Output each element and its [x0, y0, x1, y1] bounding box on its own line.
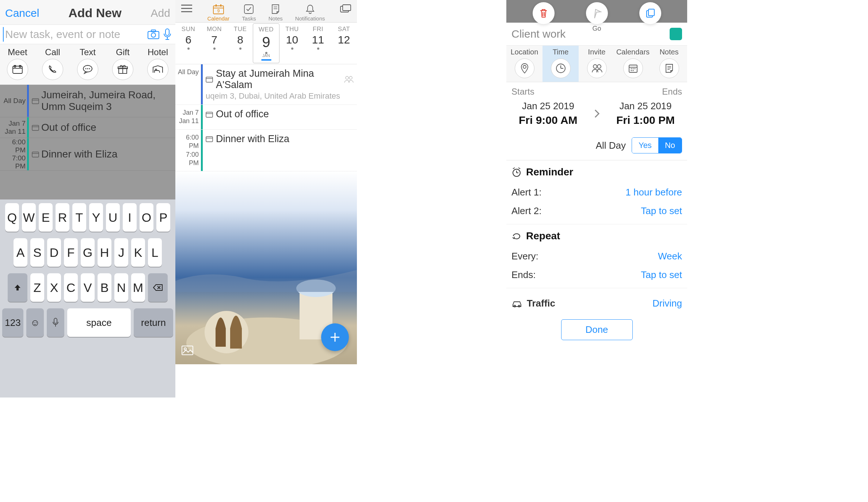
- key-backspace[interactable]: [148, 273, 168, 302]
- key-U[interactable]: U: [106, 203, 120, 232]
- key-O[interactable]: O: [140, 203, 153, 232]
- day-10[interactable]: THU 10: [279, 23, 305, 64]
- key-E[interactable]: E: [39, 203, 53, 232]
- key-emoji[interactable]: ☺: [26, 308, 44, 337]
- day-7[interactable]: MON 7: [201, 23, 227, 64]
- key-shift[interactable]: [8, 273, 27, 302]
- alert-2[interactable]: Alert 2:Tap to set: [511, 202, 682, 220]
- allday-no[interactable]: No: [658, 138, 682, 153]
- day-11[interactable]: FRI 11: [305, 23, 331, 64]
- add-button[interactable]: Add: [151, 7, 170, 19]
- tab-calendars[interactable]: Calendars: [615, 46, 651, 82]
- key-return[interactable]: return: [134, 308, 173, 337]
- allday-toggle[interactable]: Yes No: [632, 137, 682, 153]
- key-space[interactable]: space: [67, 308, 131, 337]
- repeat-heading: Repeat: [526, 230, 560, 242]
- calendar-sm-icon: [206, 76, 213, 83]
- chat-icon: [77, 59, 98, 80]
- tab-notes[interactable]: Notes: [651, 46, 687, 82]
- quick-hotel[interactable]: Hotel: [147, 47, 168, 80]
- day-8[interactable]: TUE 8: [227, 23, 253, 64]
- traffic-value[interactable]: Driving: [652, 298, 682, 309]
- end-datetime[interactable]: Jan 25 2019 Fri 1:00 PM: [616, 100, 675, 126]
- day-9[interactable]: WED 9 JAN: [253, 23, 279, 63]
- go-button[interactable]: [586, 2, 608, 24]
- key-mic[interactable]: [47, 308, 64, 337]
- svg-rect-36: [244, 5, 253, 14]
- key-S[interactable]: S: [30, 238, 44, 267]
- add-fab[interactable]: [321, 323, 349, 351]
- note2-icon: [659, 58, 679, 78]
- tab-location[interactable]: Location: [506, 46, 542, 82]
- key-P[interactable]: P: [156, 203, 170, 232]
- bg-event-row: All Day Jumeirah, Jumeira Road, Umm Suqe…: [0, 85, 175, 117]
- start-datetime[interactable]: Jan 25 2019 Fri 9:00 AM: [519, 100, 578, 126]
- done-button[interactable]: Done: [561, 319, 633, 340]
- photo-icon[interactable]: [181, 345, 194, 355]
- key-X[interactable]: X: [47, 273, 61, 302]
- key-Z[interactable]: Z: [30, 273, 44, 302]
- page-title: Add New: [68, 6, 121, 20]
- event-row[interactable]: Jan 7Jan 11 Out of office: [175, 105, 357, 130]
- note-icon: [270, 4, 281, 15]
- key-R[interactable]: R: [56, 203, 69, 232]
- camera-icon[interactable]: [148, 28, 159, 41]
- key-A[interactable]: A: [14, 238, 27, 267]
- tab-time[interactable]: Time: [542, 46, 579, 82]
- key-B[interactable]: B: [98, 273, 111, 302]
- key-K[interactable]: K: [131, 238, 145, 267]
- key-F[interactable]: F: [64, 238, 78, 267]
- day-6[interactable]: SUN 6: [175, 23, 201, 64]
- key-C[interactable]: C: [64, 273, 78, 302]
- event-row[interactable]: 6:00 PM7:00 PM Dinner with Eliza: [175, 130, 357, 172]
- day-12[interactable]: SAT 12: [331, 23, 357, 64]
- tab-calendar[interactable]: 9 Calendar: [207, 4, 229, 22]
- quick-text[interactable]: Text: [77, 47, 98, 80]
- duplicate-button[interactable]: [639, 2, 661, 24]
- key-Y[interactable]: Y: [89, 203, 103, 232]
- key-L[interactable]: L: [148, 238, 162, 267]
- alert-1[interactable]: Alert 1:1 hour before: [511, 183, 682, 202]
- tab-tasks[interactable]: Tasks: [242, 4, 256, 22]
- key-J[interactable]: J: [114, 238, 128, 267]
- keyboard[interactable]: QWERTYUIOP ASDFGHJKL ZXCVBNM 123 ☺ space…: [0, 199, 175, 398]
- people-icon: [587, 58, 607, 78]
- key-H[interactable]: H: [98, 238, 111, 267]
- go-label: Go: [592, 25, 601, 33]
- key-N[interactable]: N: [114, 273, 128, 302]
- svg-rect-45: [206, 112, 213, 117]
- key-D[interactable]: D: [47, 238, 61, 267]
- repeat-1[interactable]: Ends:Tap to set: [511, 266, 682, 284]
- tab-notifications[interactable]: Notifications: [295, 4, 325, 22]
- svg-line-95: [518, 168, 520, 169]
- key-123[interactable]: 123: [2, 308, 23, 337]
- cal-icon: [623, 58, 643, 78]
- quick-meet[interactable]: Meet: [7, 47, 28, 80]
- new-item-input[interactable]: [3, 27, 144, 42]
- clock-icon: [551, 58, 571, 78]
- key-M[interactable]: M: [131, 273, 145, 302]
- quick-call[interactable]: Call: [42, 47, 63, 80]
- key-T[interactable]: T: [72, 203, 86, 232]
- svg-rect-34: [220, 4, 221, 7]
- key-G[interactable]: G: [81, 238, 95, 267]
- cancel-button[interactable]: Cancel: [5, 7, 39, 19]
- repeat-0[interactable]: Every:Week: [511, 247, 682, 266]
- key-Q[interactable]: Q: [5, 203, 19, 232]
- tab-invite[interactable]: Invite: [579, 46, 615, 82]
- cards-icon[interactable]: [339, 4, 352, 14]
- svg-point-1: [151, 33, 156, 37]
- tab-notes[interactable]: Notes: [269, 4, 283, 22]
- event-row[interactable]: All Day Stay at Jumeirah Mina A'Salam uq…: [175, 64, 357, 105]
- key-I[interactable]: I: [123, 203, 137, 232]
- alarm-icon: [511, 167, 522, 177]
- key-V[interactable]: V: [81, 273, 95, 302]
- microphone-icon[interactable]: [163, 28, 172, 41]
- delete-button[interactable]: [533, 2, 555, 24]
- quick-gift[interactable]: Gift: [112, 47, 133, 80]
- menu-icon[interactable]: [180, 4, 193, 13]
- svg-rect-26: [54, 318, 57, 323]
- svg-rect-33: [216, 4, 217, 7]
- allday-yes[interactable]: Yes: [632, 138, 658, 153]
- key-W[interactable]: W: [22, 203, 36, 232]
